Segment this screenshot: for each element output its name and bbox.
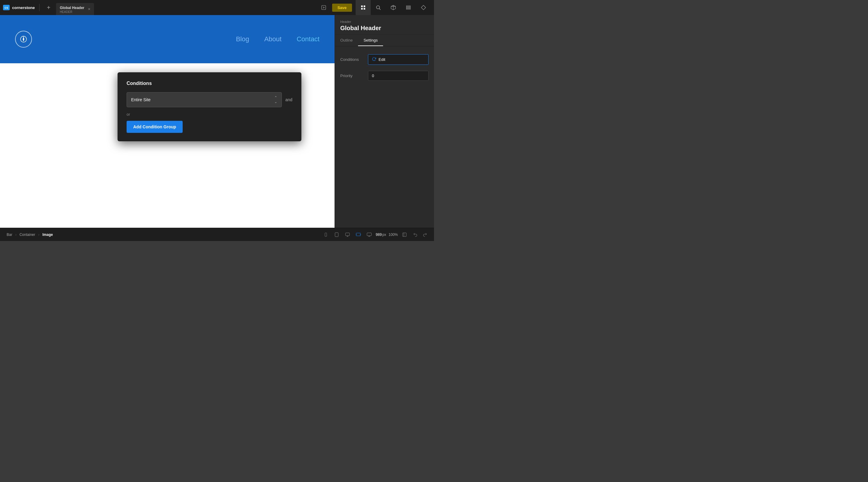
tab-content: Global Header HEADER bbox=[60, 5, 84, 13]
chevron-icon: ⌃⌄ bbox=[274, 96, 277, 104]
main-layout: Blog About Contact Conditions Entire Sit… bbox=[0, 15, 434, 228]
breadcrumb-container[interactable]: Container bbox=[18, 232, 37, 237]
svg-rect-24 bbox=[367, 233, 371, 235]
header-preview: Blog About Contact bbox=[0, 15, 335, 63]
responsive-device-button[interactable] bbox=[354, 230, 363, 239]
tab-close-button[interactable]: × bbox=[88, 7, 90, 11]
width-value: 989 bbox=[376, 232, 382, 237]
conditions-popup: Conditions Entire Site ⌃⌄ and or Add Con… bbox=[118, 72, 301, 141]
condition-select[interactable]: Entire Site ⌃⌄ bbox=[127, 92, 282, 107]
panel-tabs: Outline Settings bbox=[335, 35, 434, 46]
small-desktop-button[interactable] bbox=[343, 230, 352, 239]
width-unit: px bbox=[382, 232, 386, 237]
add-tab-button[interactable]: + bbox=[44, 3, 53, 12]
condition-row: Entire Site ⌃⌄ and bbox=[127, 92, 292, 107]
priority-input[interactable]: 0 bbox=[368, 71, 429, 81]
collapse-button[interactable] bbox=[400, 230, 409, 239]
large-desktop-button[interactable] bbox=[365, 230, 373, 239]
zoom-unit: % bbox=[395, 232, 398, 237]
conditions-edit-button[interactable]: Edit bbox=[368, 54, 429, 65]
preview-button[interactable] bbox=[319, 3, 329, 12]
breadcrumb-sep-2: › bbox=[38, 232, 39, 237]
svg-rect-27 bbox=[403, 233, 406, 236]
tab-subtitle: HEADER bbox=[60, 10, 84, 13]
mobile-device-button[interactable] bbox=[321, 230, 330, 239]
app-logo: cs cornerstone bbox=[3, 5, 35, 10]
redo-button[interactable] bbox=[421, 230, 429, 239]
svg-point-5 bbox=[376, 6, 380, 9]
breadcrumb-bar[interactable]: Bar bbox=[5, 232, 14, 237]
zoom-value: 100 bbox=[389, 232, 395, 237]
condition-select-value: Entire Site bbox=[131, 97, 151, 102]
tab-settings[interactable]: Settings bbox=[358, 35, 383, 46]
search-icon[interactable] bbox=[371, 0, 386, 15]
conditions-field-row: Conditions Edit bbox=[335, 51, 434, 68]
right-panel-header: Header Global Header bbox=[335, 15, 434, 35]
logo-divider bbox=[39, 4, 39, 11]
and-label: and bbox=[285, 97, 292, 102]
canvas-area: Blog About Contact Conditions Entire Sit… bbox=[0, 15, 335, 228]
svg-marker-14 bbox=[23, 37, 24, 41]
bottom-bar: Bar › Container › Image bbox=[0, 228, 434, 241]
nav-blog[interactable]: Blog bbox=[236, 35, 249, 43]
add-condition-group-button[interactable]: Add Condition Group bbox=[127, 121, 183, 133]
conditions-title: Conditions bbox=[127, 81, 292, 86]
conditions-field-label: Conditions bbox=[340, 57, 364, 62]
svg-rect-23 bbox=[356, 233, 361, 235]
svg-rect-10 bbox=[406, 7, 410, 8]
size-display: 989 px bbox=[376, 232, 386, 237]
svg-rect-20 bbox=[345, 233, 349, 235]
compass-icon bbox=[15, 31, 32, 47]
priority-field-label: Priority bbox=[340, 73, 364, 78]
svg-rect-9 bbox=[406, 6, 410, 7]
zoom-display: 100% bbox=[389, 232, 398, 237]
nav-contact[interactable]: Contact bbox=[297, 35, 319, 43]
svg-rect-0 bbox=[321, 5, 326, 10]
priority-field-row: Priority 0 bbox=[335, 68, 434, 84]
grid-icon[interactable] bbox=[355, 0, 371, 15]
layers-icon[interactable] bbox=[401, 0, 416, 15]
edit-label: Edit bbox=[378, 57, 385, 62]
cube-icon[interactable] bbox=[386, 0, 401, 15]
top-bar: cs cornerstone + Global Header HEADER × … bbox=[0, 0, 434, 15]
svg-marker-12 bbox=[421, 5, 426, 10]
undo-button[interactable] bbox=[411, 230, 420, 239]
svg-rect-18 bbox=[335, 232, 338, 236]
app-name: cornerstone bbox=[12, 5, 35, 10]
tab-title: Global Header bbox=[60, 6, 84, 10]
svg-rect-11 bbox=[406, 8, 410, 9]
nav-links: Blog About Contact bbox=[236, 35, 319, 43]
tablet-device-button[interactable] bbox=[333, 230, 341, 239]
panel-body: Conditions Edit Priority 0 bbox=[335, 46, 434, 228]
svg-rect-2 bbox=[364, 5, 365, 7]
breadcrumb-sep-1: › bbox=[16, 232, 17, 237]
bottom-right-tools: 989 px 100% bbox=[321, 230, 429, 239]
svg-rect-16 bbox=[325, 233, 327, 236]
svg-rect-1 bbox=[361, 5, 363, 7]
save-button[interactable]: Save bbox=[332, 4, 352, 12]
svg-line-6 bbox=[379, 8, 380, 10]
breadcrumb-image[interactable]: Image bbox=[41, 232, 55, 237]
active-tab[interactable]: Global Header HEADER × bbox=[56, 3, 94, 15]
top-bar-right: Save bbox=[319, 0, 431, 15]
refresh-icon bbox=[372, 57, 376, 62]
panel-title: Global Header bbox=[340, 25, 429, 32]
panel-icons bbox=[355, 0, 431, 15]
right-panel: Header Global Header Outline Settings Co… bbox=[335, 15, 434, 228]
diamond-icon[interactable] bbox=[416, 0, 431, 15]
tab-outline[interactable]: Outline bbox=[335, 35, 358, 46]
nav-about[interactable]: About bbox=[264, 35, 282, 43]
svg-rect-3 bbox=[361, 8, 363, 10]
svg-rect-4 bbox=[364, 8, 365, 10]
logo-icon: cs bbox=[3, 5, 10, 10]
panel-breadcrumb: Header bbox=[340, 20, 429, 24]
undo-redo-group bbox=[411, 230, 429, 239]
or-label: or bbox=[127, 112, 292, 117]
